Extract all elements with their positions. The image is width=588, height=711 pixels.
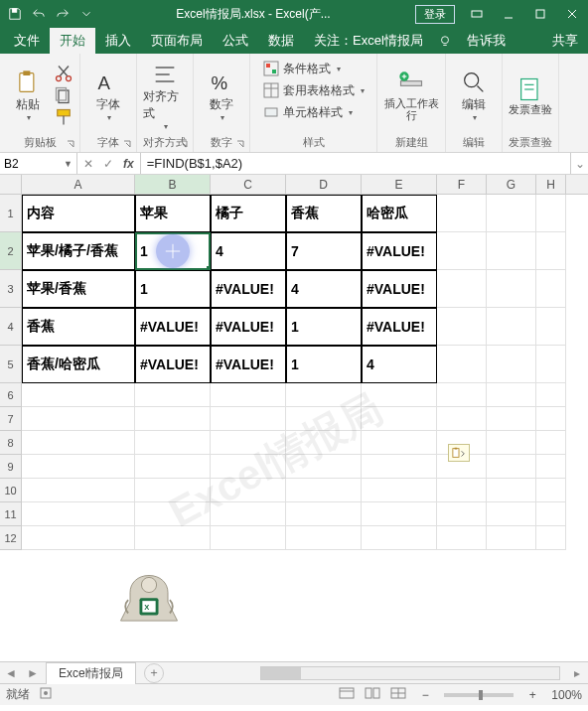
- format-painter-icon[interactable]: [54, 107, 74, 127]
- tab-formulas[interactable]: 公式: [213, 28, 258, 54]
- expand-formula-icon[interactable]: ⌄: [570, 153, 588, 174]
- sheet-nav-prev-icon[interactable]: ◄: [0, 662, 22, 684]
- conditional-format-button[interactable]: 条件格式▾: [263, 58, 341, 79]
- ribbon-display-icon[interactable]: [461, 0, 493, 28]
- insert-row-button[interactable]: 插入工作表行: [383, 70, 439, 121]
- zoom-level[interactable]: 100%: [551, 688, 582, 702]
- tab-tellme[interactable]: 告诉我: [457, 28, 515, 54]
- qat-dropdown-icon[interactable]: [75, 3, 97, 25]
- view-pagebreak-icon[interactable]: [390, 687, 406, 702]
- scroll-right-icon[interactable]: ▸: [566, 662, 588, 684]
- cell-B1[interactable]: 苹果: [135, 195, 211, 232]
- dialog-launcher-icon[interactable]: [122, 139, 132, 149]
- row-header-3[interactable]: 3: [0, 270, 22, 308]
- name-box[interactable]: ▼: [0, 153, 77, 174]
- fx-icon[interactable]: fx: [123, 157, 134, 171]
- cell-B5[interactable]: #VALUE!: [135, 346, 211, 383]
- row-header-10[interactable]: 10: [0, 479, 22, 502]
- alignment-button[interactable]: 对齐方式▾: [143, 61, 187, 131]
- paste-options-button[interactable]: [448, 444, 470, 462]
- cell-D3[interactable]: 4: [286, 270, 362, 308]
- row-header-4[interactable]: 4: [0, 308, 22, 346]
- tab-insert[interactable]: 插入: [95, 28, 141, 54]
- zoom-out-button[interactable]: −: [416, 688, 434, 702]
- row-header-5[interactable]: 5: [0, 346, 22, 383]
- horizontal-scrollbar[interactable]: [260, 666, 561, 680]
- sheet-tab[interactable]: Excel情报局: [46, 662, 136, 684]
- editing-button[interactable]: 编辑▾: [452, 69, 496, 122]
- tab-file[interactable]: 文件: [4, 28, 50, 54]
- cell-C5[interactable]: #VALUE!: [211, 346, 286, 383]
- cell-A4[interactable]: 香蕉: [22, 308, 135, 346]
- row-header-12[interactable]: 12: [0, 526, 22, 550]
- cell-B3[interactable]: 1: [135, 270, 211, 308]
- cell-style-button[interactable]: 单元格样式▾: [263, 101, 353, 123]
- row-header-9[interactable]: 9: [0, 455, 22, 479]
- cell-D4[interactable]: 1: [286, 308, 362, 346]
- dialog-launcher-icon[interactable]: [179, 139, 189, 149]
- cut-icon[interactable]: [54, 64, 74, 83]
- cell-E1[interactable]: 哈密瓜: [362, 195, 437, 232]
- close-icon[interactable]: [556, 0, 588, 28]
- cell-E5[interactable]: 4: [362, 346, 437, 383]
- macro-record-icon[interactable]: [40, 687, 52, 702]
- zoom-in-button[interactable]: +: [523, 688, 541, 702]
- cell-C4[interactable]: #VALUE!: [211, 308, 286, 346]
- select-all-corner[interactable]: [0, 175, 22, 194]
- row-header-1[interactable]: 1: [0, 195, 22, 232]
- invoice-button[interactable]: 发票查验: [509, 75, 552, 115]
- cell-D1[interactable]: 香蕉: [286, 195, 362, 232]
- namebox-dropdown-icon[interactable]: ▼: [64, 159, 73, 169]
- tab-layout[interactable]: 页面布局: [141, 28, 213, 54]
- sheet-nav-next-icon[interactable]: ►: [22, 662, 44, 684]
- maximize-icon[interactable]: [524, 0, 556, 28]
- tab-share[interactable]: 共享: [542, 28, 588, 54]
- dialog-launcher-icon[interactable]: [235, 139, 245, 149]
- paste-button[interactable]: 粘贴▾: [6, 69, 50, 122]
- formula-input[interactable]: =FIND(B$1,$A2): [141, 153, 570, 174]
- col-header-G[interactable]: G: [487, 175, 536, 194]
- undo-icon[interactable]: [28, 3, 50, 25]
- col-header-F[interactable]: F: [437, 175, 487, 194]
- copy-icon[interactable]: [54, 85, 74, 105]
- cell-D2[interactable]: 7: [286, 232, 362, 270]
- dialog-launcher-icon[interactable]: [66, 139, 75, 149]
- row-header-7[interactable]: 7: [0, 407, 22, 431]
- add-sheet-button[interactable]: ＋: [144, 663, 164, 683]
- row-header-2[interactable]: 2: [0, 232, 22, 270]
- col-header-D[interactable]: D: [286, 175, 362, 194]
- login-button[interactable]: 登录: [415, 5, 455, 24]
- font-button[interactable]: A字体▾: [86, 69, 130, 122]
- cell-B4[interactable]: #VALUE!: [135, 308, 211, 346]
- row-header-8[interactable]: 8: [0, 431, 22, 455]
- cell-E2[interactable]: #VALUE!: [362, 232, 437, 270]
- redo-icon[interactable]: [52, 3, 74, 25]
- col-header-B[interactable]: B: [135, 175, 211, 194]
- cancel-formula-icon[interactable]: ✕: [83, 157, 93, 171]
- minimize-icon[interactable]: [493, 0, 524, 28]
- row-header-6[interactable]: 6: [0, 383, 22, 407]
- view-layout-icon[interactable]: [365, 687, 380, 702]
- tab-attention[interactable]: 关注：Excel情报局: [304, 28, 433, 54]
- col-header-E[interactable]: E: [362, 175, 437, 194]
- table-format-button[interactable]: 套用表格格式▾: [263, 79, 365, 101]
- enter-formula-icon[interactable]: ✓: [103, 157, 113, 171]
- number-button[interactable]: %数字▾: [200, 69, 243, 122]
- col-header-H[interactable]: H: [536, 175, 566, 194]
- save-icon[interactable]: [4, 3, 26, 25]
- row-header-11[interactable]: 11: [0, 502, 22, 526]
- cell-A3[interactable]: 苹果/香蕉: [22, 270, 135, 308]
- cell-A5[interactable]: 香蕉/哈密瓜: [22, 346, 135, 383]
- cell-C1[interactable]: 橘子: [211, 195, 286, 232]
- tab-data[interactable]: 数据: [258, 28, 304, 54]
- cell-E4[interactable]: #VALUE!: [362, 308, 437, 346]
- cell-A2[interactable]: 苹果/橘子/香蕉: [22, 232, 135, 270]
- name-box-input[interactable]: [4, 157, 58, 171]
- zoom-slider[interactable]: [444, 693, 514, 697]
- view-normal-icon[interactable]: [339, 687, 355, 702]
- cell-E3[interactable]: #VALUE!: [362, 270, 437, 308]
- col-header-A[interactable]: A: [22, 175, 135, 194]
- cell-A1[interactable]: 内容: [22, 195, 135, 232]
- cell-C3[interactable]: #VALUE!: [211, 270, 286, 308]
- tab-home[interactable]: 开始: [50, 28, 95, 54]
